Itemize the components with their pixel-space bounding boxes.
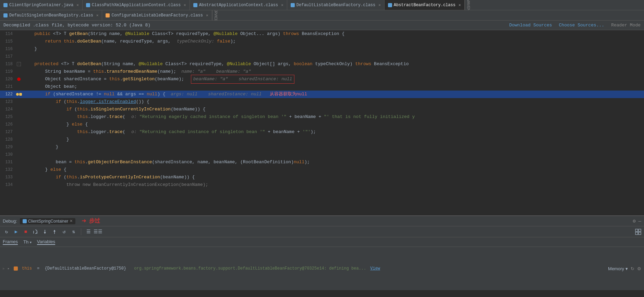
debug-session-tab[interactable]: ClientSpringContainer ✕	[20, 218, 75, 224]
bookmark-marker	[19, 93, 22, 96]
view-link[interactable]: View	[370, 266, 380, 271]
code-line-117: 117	[0, 53, 644, 60]
code-line-114: 114 public <T> T getBean(String name, @N…	[0, 30, 644, 38]
tab-configurable-listable[interactable]: ConfigurableListableBeanFactory.class ✕	[102, 10, 212, 21]
close-icon[interactable]: ✕	[76, 3, 79, 7]
close-icon[interactable]: ✕	[281, 3, 283, 7]
row-indicator: ▸	[8, 266, 10, 271]
code-line-121: 121 Object bean;	[0, 83, 644, 91]
debug-header: Debug: ClientSpringContainer ✕ ➜ 步过 ⚙ —	[0, 216, 644, 226]
code-line-129: 129 }	[0, 143, 644, 151]
debug-icon	[23, 219, 27, 223]
code-line-120: 120 Object sharedInstance = this.getSing…	[0, 75, 644, 83]
settings-icon[interactable]: ⚙	[633, 218, 635, 224]
memory-settings-icon[interactable]: ⚙	[637, 266, 641, 271]
tab-abstract-bean-factory[interactable]: AbstractBeanFactory.class ✕	[385, 0, 465, 10]
code-line-124: 124 if (this.isSingletonCurrentlyInCreat…	[0, 106, 644, 113]
svg-marker-3	[44, 232, 46, 234]
code-line-133: 133 if (this.isPrototypeCurrentlyInCreat…	[0, 174, 644, 181]
frames-tab[interactable]: Frames	[3, 239, 18, 245]
thread-dropdown-icon[interactable]: ▾	[30, 240, 32, 244]
debug-variable-row: ▶ ▸ this = {DefaultListableBeanFactory@1…	[3, 266, 380, 271]
memory-dropdown-icon: ▾	[625, 266, 628, 271]
close-icon[interactable]: ✕	[378, 3, 381, 7]
step-into-button[interactable]	[41, 228, 49, 236]
code-line-119: 119 String beanName = this.transformedBe…	[0, 68, 644, 75]
class-file-icon	[388, 3, 392, 7]
breakpoint-marker[interactable]	[17, 78, 21, 81]
choose-sources-button[interactable]: Choose Sources...	[559, 23, 605, 28]
tab-default-listable[interactable]: DefaultListableBeanFactory.class ✕	[287, 0, 385, 10]
step-out-button[interactable]	[51, 228, 58, 236]
tab-client-spring[interactable]: ClientSpringContainer.java ✕	[0, 0, 83, 10]
tab-bar-row1: ClientSpringContainer.java ✕ ClassPathXm…	[0, 0, 644, 10]
class-file-icon	[291, 3, 295, 7]
code-line-116: 116 }	[0, 45, 644, 53]
evaluate-button[interactable]: ⇅	[70, 228, 77, 236]
close-icon[interactable]: ✕	[459, 3, 461, 7]
code-lines: 114 public <T> T getBean(String name, @N…	[0, 30, 644, 215]
decompile-info: Decompiled .class file, bytecode version…	[3, 23, 150, 28]
svg-marker-5	[53, 230, 56, 231]
threads-tab[interactable]: Th ▾	[23, 239, 32, 245]
row-expand-icon[interactable]: ▶	[3, 266, 5, 271]
settings2-button[interactable]: ☰☰	[94, 228, 102, 236]
code-line-132: 132 } else {	[0, 166, 644, 174]
class-file-icon	[86, 3, 90, 7]
step-over-button[interactable]	[32, 228, 39, 236]
code-line-127: 127 this.logger.trace( o: "Returning cac…	[0, 128, 644, 136]
code-line-128: 128 }	[0, 136, 644, 143]
tab-abstract-app[interactable]: AbstractApplicationContext.class ✕	[190, 0, 287, 10]
code-line-134: 134 throw new BeanCurrentlyInCreationExc…	[0, 181, 644, 189]
resume-button[interactable]: ▶	[12, 228, 20, 236]
memory-button[interactable]: Memory ▾ ↻ ⚙	[608, 266, 641, 271]
reader-mode-button[interactable]: Reader Mode	[611, 23, 641, 28]
java-file-icon	[3, 3, 8, 7]
variable-name: this	[22, 266, 32, 271]
services-panel-toggle2[interactable]: SERVICES	[212, 10, 219, 21]
info-bar: Decompiled .class file, bytecode version…	[0, 21, 644, 30]
memory-refresh-icon[interactable]: ↻	[631, 266, 634, 271]
variable-icon	[14, 266, 18, 271]
run-to-cursor-button[interactable]: ↺	[60, 228, 68, 236]
code-line-126: 126 } else {	[0, 121, 644, 128]
download-sources-button[interactable]: Download Sources	[509, 23, 552, 28]
code-line-122: 122 if (sharedInstance != null && args =…	[0, 91, 644, 98]
minimize-icon[interactable]: —	[639, 218, 641, 224]
debug-content-row: ▶ ▸ this = {DefaultListableBeanFactory@1…	[0, 247, 644, 290]
code-line-131: 131 bean = this.getObjectForBeanInstance…	[0, 158, 644, 166]
code-editor: 114 public <T> T getBean(String name, @N…	[0, 30, 644, 215]
variable-value: {DefaultListableBeanFactory@1750}	[45, 266, 126, 271]
code-line-115: 115 return this.doGetBean(name, required…	[0, 38, 644, 45]
svg-rect-9	[639, 232, 641, 235]
tab-classpath[interactable]: ClassPathXmlApplicationContext.class ✕	[83, 0, 190, 10]
layout-toggle[interactable]	[635, 229, 641, 235]
svg-rect-6	[635, 229, 638, 231]
step-label: 步过	[89, 217, 100, 225]
svg-rect-7	[639, 229, 641, 231]
code-line-123: 123 if (this.logger.isTraceEnabled()) {	[0, 98, 644, 106]
debug-sub-tabs: Frames Th ▾ Variables	[0, 237, 644, 247]
close-icon[interactable]: ✕	[206, 13, 208, 17]
close-debug-tab-icon[interactable]: ✕	[70, 219, 73, 223]
code-line-118: 118 - protected <T> T doGetBean(String n…	[0, 60, 644, 68]
tab-default-singleton[interactable]: DefaultSingletonBeanRegistry.class ✕	[0, 10, 102, 21]
fold-icon[interactable]: -	[17, 62, 21, 66]
debug-label: Debug:	[3, 218, 17, 224]
debug-tab-label: ClientSpringContainer	[28, 219, 68, 224]
variables-tab[interactable]: Variables	[37, 239, 55, 245]
restart-button[interactable]: ↻	[3, 228, 10, 236]
svg-rect-8	[635, 232, 638, 235]
stop-button[interactable]: ■	[22, 228, 29, 236]
frames-button[interactable]: ☰	[85, 228, 92, 236]
divider	[81, 228, 81, 235]
interface-file-icon	[106, 13, 110, 17]
services-panel-toggle[interactable]: MAVEN	[465, 0, 472, 10]
code-line-125: 125 this.logger.trace( o: "Returning eag…	[0, 113, 644, 121]
close-icon[interactable]: ✕	[184, 3, 186, 7]
class-file-icon	[193, 3, 197, 7]
tab-bar-row2: DefaultSingletonBeanRegistry.class ✕ Con…	[0, 10, 644, 21]
debug-panel: Debug: ClientSpringContainer ✕ ➜ 步过 ⚙ — …	[0, 215, 644, 290]
step-arrow-icon: ➜	[82, 216, 86, 226]
close-icon[interactable]: ✕	[96, 13, 99, 17]
